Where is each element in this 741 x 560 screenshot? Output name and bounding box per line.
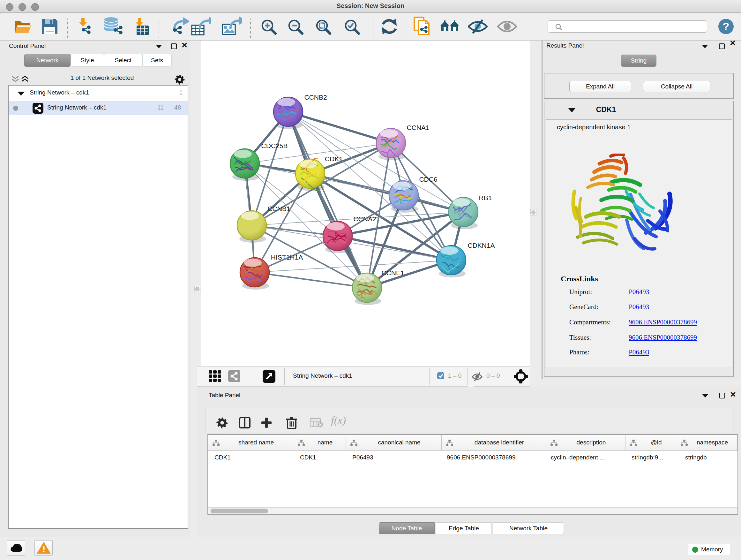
svg-text:CCNB1: CCNB1: [267, 205, 290, 212]
svg-text:RB1: RB1: [479, 194, 492, 201]
svg-text:CDKN1A: CDKN1A: [468, 242, 495, 249]
svg-text:CDC6: CDC6: [419, 176, 437, 183]
svg-text:?: ?: [723, 20, 730, 32]
svg-text:CCNA2: CCNA2: [353, 215, 376, 223]
svg-text:CCNE1: CCNE1: [381, 269, 404, 276]
svg-text:CCNA1: CCNA1: [407, 124, 429, 131]
svg-text:HIST1H1A: HIST1H1A: [271, 253, 303, 261]
svg-text:CDK1: CDK1: [325, 155, 343, 163]
svg-text:CCNB2: CCNB2: [304, 94, 327, 101]
svg-text:CDC25B: CDC25B: [261, 142, 288, 149]
